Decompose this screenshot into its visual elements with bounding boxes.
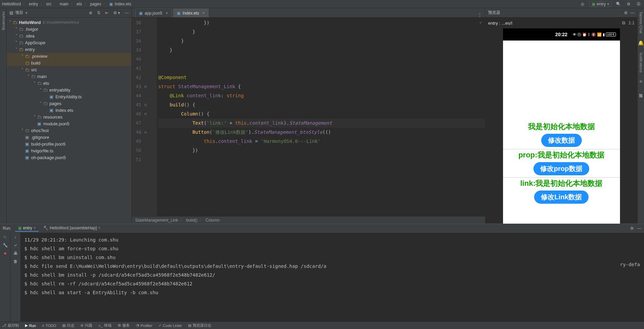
console-line[interactable]: $ hdc shell aa start -a EntryAbility -b … (24, 288, 500, 297)
hide-icon[interactable]: — (630, 10, 635, 15)
tree-item-build[interactable]: 🗀build (7, 59, 132, 66)
tree-item-main[interactable]: ˅🗀main (7, 73, 132, 80)
tree-item-pages[interactable]: ˅🗀pages (7, 100, 132, 107)
tree-item-entryability-ts[interactable]: ▣EntryAbility.ts (7, 93, 132, 100)
copy-icon[interactable]: ⧉ (622, 20, 625, 26)
editor-breadcrumb-item[interactable]: build() (186, 218, 197, 223)
editor-more-icon[interactable]: ⋮ (478, 12, 482, 17)
target-icon[interactable]: ◎ (579, 2, 586, 6)
tree-item--gitignore[interactable]: ▣.gitignore (7, 134, 132, 141)
tree-item-oh-package-json5[interactable]: ▣oh-package.json5 (7, 154, 132, 161)
code-line[interactable] (158, 155, 485, 164)
console-line[interactable]: $ hdc shell am force-stop com.shu (24, 244, 500, 253)
breadcrumb-item[interactable]: main (60, 2, 69, 6)
code-line[interactable]: Text('link:' + this.content_link).StateM… (158, 119, 485, 128)
bottom-item---[interactable]: >_终端 (98, 323, 112, 328)
collapse-icon[interactable]: ⇤ (105, 10, 109, 15)
bottom-item---[interactable]: ⚙服务 (118, 323, 130, 328)
bottom-item-todo[interactable]: ≡TODO (42, 324, 56, 328)
editor-breadcrumb[interactable]: StateManagement_Link〉build()〉Column (132, 216, 485, 224)
code-line[interactable]: struct StateManagement_Link { (158, 82, 485, 91)
close-icon[interactable]: × (202, 11, 205, 16)
breadcrumb-item[interactable]: ets (77, 2, 82, 6)
scroll-icon[interactable]: ↓ (15, 235, 17, 239)
console-line[interactable]: $ hdc shell bm uninstall com.shu (24, 253, 500, 262)
breadcrumb-item[interactable]: ▣ Index.ets (109, 2, 131, 6)
code-line[interactable]: } (158, 46, 485, 55)
breadcrumb-item[interactable]: pages (90, 2, 101, 6)
gear-icon[interactable]: ⚙ (624, 10, 628, 15)
notifications-tab[interactable]: Notifications (639, 52, 643, 73)
code-line[interactable]: this.content_link = 'HarmonyOS4.0---Link… (158, 137, 485, 146)
bookmarks-tab[interactable]: Bookmarks (1, 11, 5, 30)
project-tree[interactable]: ˅🗀HelloWordE:\HuaWei\HelloWord˃🗀.hvigor˃… (7, 18, 132, 224)
preview-button-3[interactable]: 修改Link数据 (534, 191, 589, 204)
bottom-item-run[interactable]: ▶Run (25, 323, 36, 328)
tree-item-module-json5[interactable]: ▣module.json5 (7, 120, 132, 127)
tree-item--idea[interactable]: ˃🗀.idea (7, 32, 132, 39)
more-icon[interactable]: ⦿ (635, 2, 642, 6)
editor-tab-index-ets[interactable]: ▣Index.ets× (173, 8, 209, 17)
tree-item-appscope[interactable]: ˃🗀AppScope (7, 39, 132, 46)
code-line[interactable]: @Link content_link: string (158, 91, 485, 100)
run-tab-entry[interactable]: ▣entry× (15, 225, 39, 232)
tree-item-resources[interactable]: ˃🗀resources (7, 113, 132, 120)
wrap-icon[interactable]: ⤶ (14, 243, 17, 248)
breadcrumb-item[interactable]: src (46, 2, 52, 6)
console-line[interactable]: $ hdc shell rm -rf /sdcard/a54cef5ad5ca4… (24, 279, 500, 288)
code-line[interactable]: }) (158, 18, 485, 27)
notifications-icon[interactable]: 🔔 (638, 40, 644, 46)
preview-button-2[interactable]: 修改prop数据 (533, 162, 589, 175)
rerun-icon[interactable]: ↻ (3, 235, 7, 239)
run-tab-helloword--assemblehap-[interactable]: 🔨HelloWord [assembleHap]× (41, 225, 103, 232)
tree-item-index-ets[interactable]: ▣Index.ets (7, 107, 132, 113)
code-line[interactable]: } (158, 27, 485, 36)
code-line[interactable]: Column() { (158, 109, 485, 119)
bottom-item-profiler[interactable]: ◔Profiler (136, 323, 152, 328)
console-line[interactable]: $ hdc file send E:\HuaWei\HelloWord\entr… (24, 262, 500, 271)
run-config-selector[interactable]: ▣ entry ▾ (589, 1, 612, 7)
stop-icon[interactable]: ■ (4, 251, 6, 256)
editor-tab-app-json5[interactable]: ▣app.json5× (135, 8, 172, 17)
breadcrumb-item[interactable]: HelloWord (2, 2, 21, 6)
trash-icon[interactable]: 🗑 (14, 259, 18, 264)
project-dropdown[interactable]: 项目 (15, 10, 23, 16)
tree-item-ets[interactable]: ˅🗀ets (7, 80, 132, 86)
code-line[interactable] (158, 64, 485, 73)
print-icon[interactable]: 🖶 (14, 251, 18, 256)
tabnine-chat-tab[interactable]: Tabnine Chat (639, 11, 643, 33)
tree-item-entryability[interactable]: ˅🗀entryability (7, 86, 132, 93)
previewer-eye-icon[interactable]: 👁 (639, 79, 643, 84)
editor-breadcrumb-item[interactable]: Column (206, 218, 219, 223)
bottom-item---[interactable]: ▤日志 (62, 323, 74, 328)
close-icon[interactable]: × (166, 11, 168, 16)
aspect-label[interactable]: 1:1 (628, 20, 635, 26)
settings-icon[interactable]: ⚙ ▾ (113, 10, 120, 15)
tree-root[interactable]: ˅🗀HelloWordE:\HuaWei\HelloWord (7, 19, 132, 26)
code-editor[interactable]: 36373839404142434445464748495051 ⊖⊖⊖⊖ })… (132, 18, 485, 216)
code-line[interactable]: }) (158, 146, 485, 155)
editor-breadcrumb-item[interactable]: StateManagement_Link (135, 218, 178, 223)
code-line[interactable] (158, 55, 485, 64)
console-line[interactable]: 11/29 20:21:29: Launching com.shu (24, 235, 500, 244)
bottom-item----[interactable]: ⎇版控制 (2, 323, 19, 328)
code-line[interactable]: build() { (158, 100, 485, 109)
tree-item-hvigorfile-ts[interactable]: ▣hvigorfile.ts (7, 147, 132, 154)
bottom-item-code-linter[interactable]: ✓Code Linter (159, 323, 182, 328)
code-line[interactable]: } (158, 36, 485, 46)
close-icon[interactable]: × (98, 226, 100, 230)
bottom-item---[interactable]: ⊘问题 (80, 323, 92, 328)
expand-icon[interactable]: ⇅ (97, 10, 100, 15)
tree-item--preview[interactable]: ˃🗀.preview (7, 53, 132, 59)
hide-icon[interactable]: — (125, 10, 129, 15)
hide-icon[interactable]: — (637, 226, 641, 231)
tree-item-build-profile-json5[interactable]: ▣build-profile.json5 (7, 141, 132, 147)
preview-button-1[interactable]: 修改数据 (541, 134, 582, 147)
gear-icon[interactable]: ⚙ (625, 2, 632, 6)
run-console[interactable]: 11/29 20:21:29: Launching com.shu$ hdc s… (20, 233, 504, 322)
tree-item--hvigor[interactable]: ˃🗀.hvigor (7, 26, 132, 32)
tree-item-ohostest[interactable]: ˃🗀ohosTest (7, 127, 132, 134)
console-line[interactable]: $ hdc shell bm install -p /sdcard/a54cef… (24, 271, 500, 279)
gear-icon[interactable]: ⚙ (630, 226, 634, 231)
breadcrumb[interactable]: HelloWord〉entry〉src〉main〉ets〉pages〉▣ Ind… (2, 1, 579, 7)
